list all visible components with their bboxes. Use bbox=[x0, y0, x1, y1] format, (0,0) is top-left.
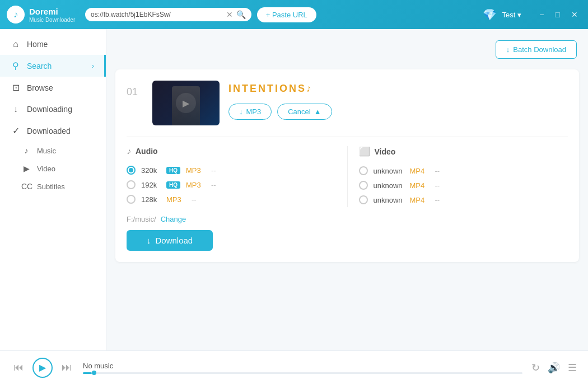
app-name: Doremi bbox=[29, 7, 75, 17]
video-option-3[interactable]: unknown MP4 -- bbox=[359, 193, 568, 207]
video-option-1[interactable]: unknown MP4 -- bbox=[359, 163, 568, 178]
next-button[interactable]: ⏭ bbox=[59, 359, 74, 376]
quality-128k: 128k bbox=[141, 195, 161, 204]
mp3-label: MP3 bbox=[246, 107, 262, 116]
change-path-button[interactable]: Change bbox=[161, 215, 186, 223]
maximize-button[interactable]: □ bbox=[552, 9, 563, 20]
mp3-button[interactable]: ↓ MP3 bbox=[228, 104, 272, 120]
url-text: os://fb.watch/5j1EbKFsSw/ bbox=[91, 11, 223, 18]
audio-radio-320k[interactable] bbox=[127, 166, 136, 175]
video-quality-3: unknown bbox=[374, 196, 404, 204]
subtitles-icon: CC bbox=[21, 182, 31, 191]
cancel-chevron-icon: ▲ bbox=[314, 107, 321, 116]
audio-header: ♪ Audio bbox=[127, 146, 336, 156]
video-icon: ▶ bbox=[21, 164, 31, 173]
video-radio-2[interactable] bbox=[359, 181, 368, 190]
format-mp3-192k: MP3 bbox=[186, 181, 206, 189]
sidebar-browse-label: Browse bbox=[27, 83, 53, 92]
download-button[interactable]: ↓ Download bbox=[127, 230, 213, 251]
bottom-player: ⏮ ▶ ⏭ No music ↻ 🔊 ☰ bbox=[0, 350, 588, 384]
video-header-label: Video bbox=[375, 147, 396, 156]
logo-area: ♪ Doremi Music Downloader bbox=[7, 6, 80, 24]
track-thumbnail[interactable]: ▶ bbox=[152, 81, 220, 125]
download-icon: ↓ bbox=[147, 236, 151, 245]
audio-radio-192k[interactable] bbox=[127, 180, 136, 189]
track-number: 01 bbox=[127, 81, 143, 98]
batch-download-label: Batch Download bbox=[513, 45, 566, 54]
paste-url-button[interactable]: + Paste URL bbox=[257, 7, 316, 22]
user-chevron-icon: ▾ bbox=[517, 11, 521, 19]
content-area: ↓ Batch Download 01 ▶ INTENTIONS♪ ↓ MP3 bbox=[106, 29, 588, 350]
sidebar-item-subtitles[interactable]: CC Subtitles bbox=[0, 177, 106, 195]
titlebar: ♪ Doremi Music Downloader os://fb.watch/… bbox=[0, 0, 588, 29]
hq-badge-192k: HQ bbox=[166, 181, 180, 189]
mp3-download-icon: ↓ bbox=[239, 107, 243, 116]
video-column: ⬜ Video unknown MP4 -- unknown MP4 -- bbox=[359, 146, 568, 207]
logo-text: Doremi Music Downloader bbox=[29, 7, 75, 23]
audio-option-128k[interactable]: 128k MP3 -- bbox=[127, 192, 336, 207]
video-radio-3[interactable] bbox=[359, 195, 368, 204]
audio-column: ♪ Audio 320k HQ MP3 -- 192k HQ MP3 bbox=[127, 146, 336, 207]
sidebar-home-label: Home bbox=[27, 40, 48, 49]
sidebar-search-label: Search bbox=[27, 62, 52, 71]
app-subtitle: Music Downloader bbox=[29, 17, 75, 23]
hq-badge-320k: HQ bbox=[166, 167, 180, 174]
sidebar-item-browse[interactable]: ⊡ Browse bbox=[0, 77, 106, 99]
video-quality-2: unknown bbox=[374, 181, 404, 190]
batch-download-icon: ↓ bbox=[506, 45, 510, 54]
player-right-controls: ↻ 🔊 ☰ bbox=[531, 362, 577, 374]
volume-icon[interactable]: 🔊 bbox=[548, 362, 560, 374]
player-info: No music bbox=[83, 362, 522, 374]
home-icon: ⌂ bbox=[10, 39, 21, 49]
search-arrow-icon: › bbox=[92, 62, 94, 70]
logo-icon: ♪ bbox=[7, 6, 25, 24]
audio-header-icon: ♪ bbox=[127, 146, 131, 156]
video-format-2: MP4 bbox=[410, 181, 430, 190]
browse-icon: ⊡ bbox=[10, 82, 21, 93]
play-pause-button[interactable]: ▶ bbox=[32, 358, 53, 378]
sidebar-subtitles-label: Subtitles bbox=[37, 182, 65, 191]
user-menu[interactable]: Test ▾ bbox=[502, 11, 522, 19]
sidebar-item-downloading[interactable]: ↓ Downloading bbox=[0, 99, 106, 120]
sidebar-downloading-label: Downloading bbox=[27, 105, 72, 114]
audio-radio-128k[interactable] bbox=[127, 195, 136, 204]
batch-download-button[interactable]: ↓ Batch Download bbox=[496, 40, 577, 59]
playlist-icon[interactable]: ☰ bbox=[568, 362, 577, 374]
url-clear-icon[interactable]: ✕ bbox=[226, 10, 233, 19]
player-title: No music bbox=[83, 362, 522, 370]
main-layout: ⌂ Home ⚲ Search › ⊡ Browse ↓ Downloading… bbox=[0, 29, 588, 350]
audio-option-192k[interactable]: 192k HQ MP3 -- bbox=[127, 177, 336, 192]
track-header: 01 ▶ INTENTIONS♪ ↓ MP3 Cancel ▲ bbox=[127, 81, 568, 125]
sidebar: ⌂ Home ⚲ Search › ⊡ Browse ↓ Downloading… bbox=[0, 29, 106, 350]
sidebar-item-music[interactable]: ♪ Music bbox=[0, 142, 106, 160]
video-option-2[interactable]: unknown MP4 -- bbox=[359, 178, 568, 193]
repeat-icon[interactable]: ↻ bbox=[531, 362, 540, 374]
prev-button[interactable]: ⏮ bbox=[11, 359, 26, 376]
sidebar-item-video[interactable]: ▶ Video bbox=[0, 160, 106, 177]
cancel-button[interactable]: Cancel ▲ bbox=[277, 104, 332, 120]
format-dash-128k: -- bbox=[192, 195, 197, 204]
sidebar-item-downloaded[interactable]: ✓ Downloaded bbox=[0, 120, 106, 142]
url-search-icon[interactable]: 🔍 bbox=[236, 10, 246, 19]
player-progress-fill bbox=[83, 372, 92, 374]
audio-header-label: Audio bbox=[136, 147, 158, 156]
player-progress-dot bbox=[92, 371, 96, 375]
audio-option-320k[interactable]: 320k HQ MP3 -- bbox=[127, 163, 336, 177]
sidebar-item-search[interactable]: ⚲ Search › bbox=[0, 55, 106, 77]
diamond-icon: 💎 bbox=[483, 8, 497, 21]
sidebar-item-home[interactable]: ⌂ Home bbox=[0, 34, 106, 55]
video-format-1: MP4 bbox=[410, 167, 430, 175]
minimize-button[interactable]: − bbox=[536, 9, 547, 20]
format-dash-192k: -- bbox=[211, 181, 216, 189]
close-button[interactable]: ✕ bbox=[568, 9, 581, 20]
sidebar-music-label: Music bbox=[37, 147, 56, 155]
url-bar[interactable]: os://fb.watch/5j1EbKFsSw/ ✕ 🔍 bbox=[85, 8, 251, 21]
video-quality-1: unknown bbox=[374, 167, 404, 175]
cancel-label: Cancel bbox=[288, 107, 310, 116]
quality-192k: 192k bbox=[141, 181, 161, 189]
user-label: Test bbox=[502, 11, 516, 19]
video-dash-3: -- bbox=[435, 196, 440, 204]
video-radio-1[interactable] bbox=[359, 166, 368, 175]
format-options: ♪ Audio 320k HQ MP3 -- 192k HQ MP3 bbox=[127, 137, 568, 207]
player-progress-bar[interactable] bbox=[83, 372, 522, 374]
